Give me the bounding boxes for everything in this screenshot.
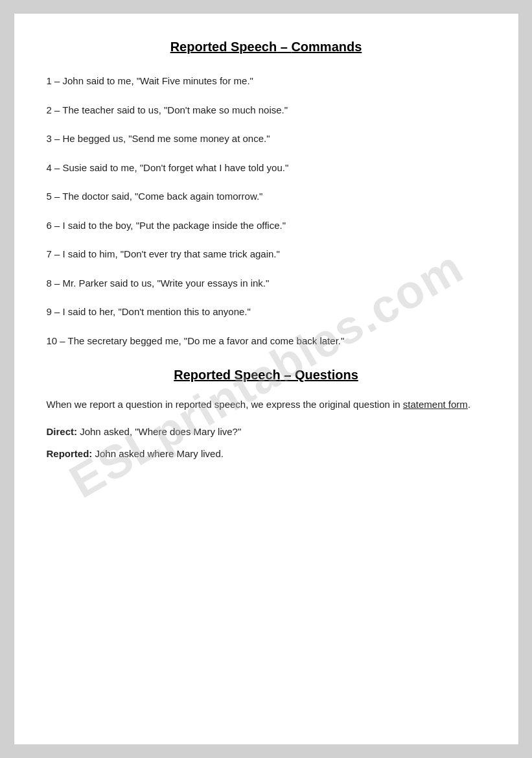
section2-title-separator: –	[281, 368, 295, 382]
exercise-item-6: 6 – I said to the boy, "Put the package …	[47, 219, 486, 233]
section2-intro: When we report a question in reported sp…	[47, 397, 486, 412]
section2-title-reported-speech: Reported Speech	[174, 368, 280, 382]
exercise-item-10: 10 – The secretary begged me, "Do me a f…	[47, 334, 486, 349]
exercise-item-8: 8 – Mr. Parker said to us, "Write your e…	[47, 276, 486, 291]
section2-intro-period: .	[468, 399, 470, 410]
section2-intro-text: When we report a question in reported sp…	[47, 399, 400, 410]
section1-title-reported-speech: Reported Speech	[170, 40, 277, 54]
section2-title: Reported Speech – Questions	[47, 368, 486, 383]
section2-title-questions: Questions	[295, 368, 358, 382]
section1-title: Reported Speech – Commands	[47, 40, 486, 54]
reported-text: John asked where Mary lived.	[92, 448, 224, 459]
direct-text: John asked, "Where does Mary live?"	[77, 426, 241, 437]
exercise-item-4: 4 – Susie said to me, "Don't forget what…	[47, 161, 486, 176]
direct-example: Direct: John asked, "Where does Mary liv…	[47, 424, 486, 440]
exercise-item-5: 5 – The doctor said, "Come back again to…	[47, 189, 486, 204]
direct-label: Direct:	[47, 426, 78, 437]
exercise-item-7: 7 – I said to him, "Don't ever try that …	[47, 247, 486, 262]
section2-intro-underline: statement form	[403, 399, 468, 410]
section1-title-commands: Commands	[291, 40, 362, 54]
reported-label: Reported:	[47, 448, 93, 459]
exercise-list: 1 – John said to me, "Wait Five minutes …	[47, 74, 486, 348]
exercise-item-2: 2 – The teacher said to us, "Don't make …	[47, 103, 486, 118]
section1-title-separator: –	[277, 40, 291, 54]
worksheet-page: ESLprintables.com Reported Speech – Comm…	[14, 13, 519, 745]
reported-example: Reported: John asked where Mary lived.	[47, 446, 486, 462]
exercise-item-3: 3 – He begged us, "Send me some money at…	[47, 132, 486, 147]
exercise-item-1: 1 – John said to me, "Wait Five minutes …	[47, 74, 486, 89]
exercise-item-9: 9 – I said to her, "Don't mention this t…	[47, 305, 486, 320]
